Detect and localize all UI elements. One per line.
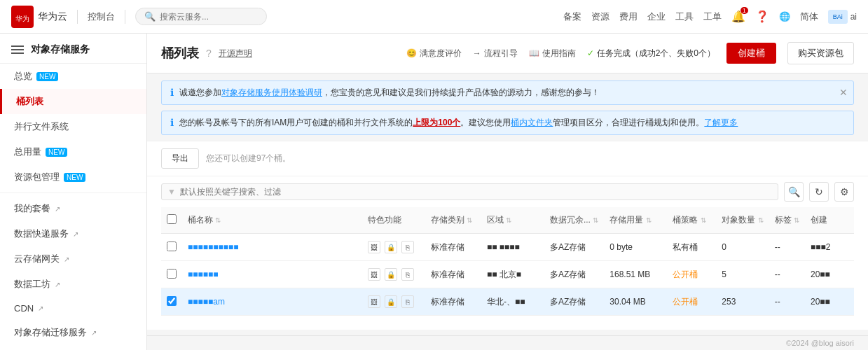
row3-objects-cell: 253: [716, 288, 769, 316]
col-storage-sort[interactable]: ⇅: [467, 216, 472, 224]
sidebar-item-cloud-storage-gw[interactable]: 云存储网关 ↗: [0, 246, 146, 272]
col-name-sort-icon[interactable]: ⇅: [215, 216, 221, 224]
notification-icon[interactable]: 🔔 1: [731, 10, 745, 23]
search-bar[interactable]: 🔍: [135, 8, 267, 25]
notification-badge: 1: [740, 7, 748, 14]
row1-created-cell: ■■■2: [805, 234, 854, 261]
row1-feature-img-icon: 🖼: [368, 241, 380, 253]
row1-storage-cell: 标准存储: [425, 234, 481, 261]
menu-line2: [11, 49, 24, 50]
logo-area: 华为 华为云: [11, 6, 67, 28]
row3-checkbox[interactable]: [167, 296, 177, 306]
sidebar-usage-label: 总用量: [14, 146, 41, 158]
col-policy-sort[interactable]: ⇅: [701, 216, 706, 224]
row1-checkbox-cell: [161, 234, 182, 261]
task-icon: ✓: [587, 48, 594, 58]
row1-bucket-name[interactable]: ■■■■■■■■■■: [188, 242, 238, 252]
row2-feature-img-icon: 🖼: [368, 268, 380, 281]
filter-icon: ▼: [167, 187, 176, 197]
sidebar-menu-btn[interactable]: [11, 46, 25, 54]
row2-region-cell: ■■ 北京■: [481, 261, 544, 288]
sidebar-item-data-express[interactable]: 数据快递服务 ↗: [0, 221, 146, 246]
select-all-checkbox[interactable]: [167, 214, 177, 224]
sidebar-item-plan[interactable]: 我的套餐 ↗: [0, 196, 146, 221]
help-icon[interactable]: ❓: [755, 10, 769, 23]
usage-guide-link[interactable]: 📖 使用指南: [529, 48, 576, 59]
export-button[interactable]: 导出: [161, 148, 199, 169]
alert-learn-more-link[interactable]: 了解更多: [704, 118, 738, 127]
col-redundancy-sort[interactable]: ⇅: [593, 216, 598, 224]
row2-feature-copy-icon: ⎘: [401, 268, 414, 281]
bucket-table: 桶名称 ⇅ 特色功能 存储类别 ⇅ 区域 ⇅ 数据冗余... ⇅: [161, 207, 854, 316]
sidebar-plan-ext: ↗: [55, 205, 60, 213]
create-bucket-button[interactable]: 创建桶: [726, 43, 776, 64]
row2-feature-cell: 🖼 🔒 ⎘: [362, 261, 425, 288]
sidebar-item-resource[interactable]: 资源包管理 NEW: [0, 164, 146, 190]
alert-close-btn[interactable]: ✕: [839, 87, 848, 98]
lang-icon[interactable]: 🌐: [779, 11, 790, 22]
col-feature-header: 特色功能: [362, 207, 425, 234]
nav-divider2: [125, 10, 125, 24]
page-title-help-icon[interactable]: ?: [206, 48, 212, 59]
sidebar-item-parallel-fs[interactable]: 并行文件系统: [0, 114, 146, 139]
sidebar-cloud-storage-ext: ↗: [64, 255, 69, 263]
alert-limit: ℹ 您的帐号及帐号下的所有IAM用户可创建的桶和并行文件系统的上限为100个。建…: [161, 111, 854, 135]
col-objects-sort[interactable]: ⇅: [758, 216, 764, 224]
nav-resources[interactable]: 资源: [591, 10, 609, 23]
col-policy-header: 桶策略 ⇅: [667, 207, 716, 234]
menu-line1: [11, 46, 24, 47]
satisfaction-label: 满意度评价: [420, 48, 462, 59]
col-region-header: 区域 ⇅: [481, 207, 544, 234]
sidebar-overview-label: 总览: [14, 70, 32, 83]
page-title: 桶列表: [161, 45, 199, 62]
table-search-input-wrap[interactable]: ▼: [161, 183, 778, 200]
search-input[interactable]: [160, 12, 258, 22]
row2-bucket-name[interactable]: ■■■■■■: [188, 270, 219, 279]
satisfaction-link[interactable]: 😊 满意度评价: [406, 48, 462, 59]
row1-checkbox[interactable]: [167, 241, 177, 251]
lang-label[interactable]: 简体: [800, 10, 818, 23]
nav-billing[interactable]: 费用: [619, 10, 638, 23]
alert-folder-link[interactable]: 桶内文件夹: [511, 118, 553, 127]
row2-checkbox[interactable]: [167, 269, 177, 279]
sidebar-item-data-workshop[interactable]: 数据工坊 ↗: [0, 272, 146, 297]
col-usage-header: 存储用量 ⇅: [604, 207, 667, 234]
row2-tags-cell: --: [769, 261, 805, 288]
sidebar-item-migration[interactable]: 对象存储迁移服务 ↗: [0, 320, 146, 345]
col-region-sort[interactable]: ⇅: [506, 216, 511, 224]
sidebar-item-usage[interactable]: 总用量 NEW: [0, 139, 146, 164]
col-name-header: 桶名称 ⇅: [182, 207, 362, 234]
sidebar-data-express-label: 数据快递服务: [14, 227, 69, 240]
row2-redundancy-cell: 多AZ存储: [544, 261, 604, 288]
table-search-submit-btn[interactable]: 🔍: [784, 182, 804, 202]
table-refresh-btn[interactable]: ↻: [809, 182, 829, 202]
col-tags-sort[interactable]: ⇅: [794, 216, 799, 224]
guide-icon: 📖: [529, 48, 539, 58]
nav-beian[interactable]: 备案: [563, 10, 581, 23]
table-search-input[interactable]: [180, 187, 772, 197]
sidebar-item-buckets[interactable]: 桶列表: [0, 89, 146, 114]
alert-survey-link[interactable]: 对象存储服务使用体验调研: [221, 88, 322, 97]
row3-tags-cell: --: [769, 288, 805, 316]
flow-guide-link[interactable]: → 流程引导: [473, 48, 518, 59]
svg-text:华为: 华为: [15, 15, 29, 22]
nav-tools[interactable]: 工具: [675, 10, 694, 23]
sidebar-item-overview[interactable]: 总览 NEW: [0, 64, 146, 89]
nav-ticket[interactable]: 工单: [703, 10, 722, 23]
page-footer: ©2024 @blog aisori: [147, 335, 868, 350]
table-settings-btn[interactable]: ⚙: [834, 182, 854, 202]
open-source-link[interactable]: 开源声明: [219, 48, 252, 59]
flow-icon: →: [473, 48, 481, 58]
user-avatar[interactable]: BAi ai: [828, 10, 857, 24]
sidebar-usage-badge: NEW: [46, 148, 67, 157]
row1-feature-icons: 🖼 🔒 ⎘: [368, 241, 420, 253]
alert-limit-link[interactable]: 上限为100个: [413, 118, 460, 127]
buy-resource-button[interactable]: 购买资源包: [787, 42, 854, 64]
row1-usage-cell: 0 byte: [604, 234, 667, 261]
nav-enterprise[interactable]: 企业: [647, 10, 666, 23]
sidebar-item-cdn[interactable]: CDN ↗: [0, 297, 146, 320]
table-header-row: 桶名称 ⇅ 特色功能 存储类别 ⇅ 区域 ⇅ 数据冗余... ⇅: [161, 207, 854, 234]
user-label: ai: [850, 12, 857, 22]
row3-bucket-name[interactable]: ■■■■■am: [188, 297, 225, 307]
col-usage-sort[interactable]: ⇅: [646, 216, 652, 224]
